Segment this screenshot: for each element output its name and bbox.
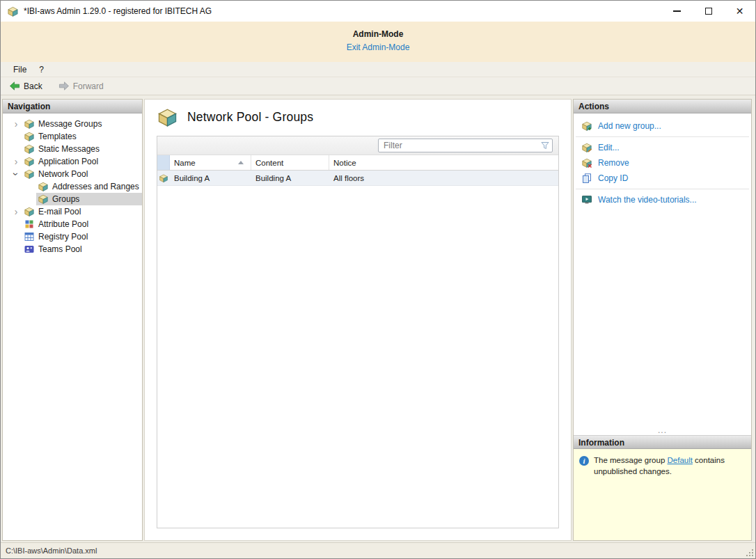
groups-list: Name Content Notice Building A Building … [157, 136, 559, 528]
collapse-icon[interactable] [10, 169, 22, 179]
admin-mode-banner: Admin-Mode Exit Admin-Mode [1, 22, 755, 62]
resize-grip[interactable] [746, 549, 754, 557]
admin-mode-title: Admin-Mode [1, 29, 755, 39]
menu-help[interactable]: ? [33, 63, 50, 76]
default-group-link[interactable]: Default [667, 456, 692, 464]
right-panel: Actions Add new group... Edit... Remove [573, 99, 752, 541]
status-bar: C:\IBI-aws\Admin\Data.xml [1, 542, 755, 558]
addresses-icon [38, 181, 49, 192]
nav-item-message-groups[interactable]: Message Groups [3, 118, 142, 130]
nav-item-attribute-pool[interactable]: Attribute Pool [3, 218, 142, 230]
content-area: Navigation Message Groups Templates Stat… [1, 95, 755, 542]
filter-field-wrap [378, 139, 553, 152]
cell-notice: All floors [329, 174, 558, 182]
column-header-name[interactable]: Name [170, 155, 251, 170]
video-tutorials-action[interactable]: Watch the video-tutorials... [574, 192, 751, 207]
edit-group-icon [581, 142, 592, 153]
information-header: Information [574, 435, 751, 449]
actions-header: Actions [574, 100, 751, 113]
close-button[interactable] [724, 1, 755, 22]
copy-icon [581, 173, 592, 184]
title-bar: *IBI-aws Admin 1.29.0 - registered for I… [1, 1, 755, 22]
table-row[interactable]: Building A Building A All floors [157, 171, 558, 186]
filter-funnel-icon[interactable] [540, 141, 550, 150]
exit-admin-mode-link[interactable]: Exit Admin-Mode [347, 42, 410, 52]
nav-toolbar: Back Forward [1, 77, 755, 95]
expand-icon[interactable] [10, 119, 22, 129]
page-title: Network Pool - Groups [187, 110, 313, 125]
app-window: *IBI-aws Admin 1.29.0 - registered for I… [0, 0, 756, 559]
close-icon [736, 6, 744, 17]
navigation-tree: Message Groups Templates Static Messages… [3, 113, 142, 540]
minimize-button[interactable] [661, 1, 693, 22]
table-header: Name Content Notice [157, 155, 558, 171]
video-icon [581, 194, 592, 205]
page-title-block: Network Pool - Groups [157, 107, 559, 128]
column-header-content[interactable]: Content [251, 155, 329, 170]
info-message: The message group Default contains unpub… [594, 455, 746, 477]
attribute-pool-icon [24, 219, 35, 230]
edit-action[interactable]: Edit... [574, 140, 751, 155]
column-header-icon[interactable] [157, 155, 170, 170]
sort-ascending-icon [238, 161, 244, 164]
cell-name: Building A [170, 174, 251, 182]
window-controls [661, 1, 755, 22]
forward-button[interactable]: Forward [54, 79, 107, 93]
actions-separator [576, 189, 749, 189]
teams-pool-icon [24, 244, 35, 255]
templates-icon [24, 131, 35, 142]
cell-content: Building A [251, 174, 329, 182]
menu-file[interactable]: File [7, 63, 33, 76]
message-groups-icon [24, 118, 35, 129]
static-messages-icon [24, 143, 35, 155]
panel-splitter[interactable]: ... [574, 427, 751, 435]
minimize-icon [673, 10, 681, 11]
registry-pool-icon [24, 231, 35, 242]
remove-group-icon [581, 157, 592, 168]
data-file-path: C:\IBI-aws\Admin\Data.xml [6, 546, 97, 555]
network-pool-icon [24, 168, 35, 180]
expand-icon[interactable] [10, 207, 22, 216]
navigation-header: Navigation [3, 100, 142, 113]
application-pool-icon [24, 156, 35, 167]
nav-item-addresses-and-ranges[interactable]: Addresses and Ranges [3, 180, 142, 193]
actions-separator [576, 136, 749, 137]
maximize-icon [705, 8, 712, 15]
main-panel: Network Pool - Groups Name Content [144, 99, 572, 541]
network-pool-groups-icon [157, 107, 178, 128]
window-title: *IBI-aws Admin 1.29.0 - registered for I… [24, 6, 212, 16]
filter-input[interactable] [378, 139, 553, 152]
actions-section: Actions Add new group... Edit... Remove [574, 100, 751, 435]
list-filter-bar [157, 136, 558, 155]
info-icon [579, 456, 589, 466]
back-arrow-icon [8, 81, 21, 91]
nav-item-templates[interactable]: Templates [3, 130, 142, 143]
groups-icon [38, 194, 49, 205]
add-new-group-action[interactable]: Add new group... [574, 118, 751, 134]
navigation-panel: Navigation Message Groups Templates Stat… [2, 99, 143, 541]
nav-item-teams-pool[interactable]: Teams Pool [3, 243, 142, 255]
copy-id-action[interactable]: Copy ID [574, 171, 751, 186]
information-panel: The message group Default contains unpub… [574, 449, 751, 540]
forward-arrow-icon [58, 81, 70, 91]
nav-item-registry-pool[interactable]: Registry Pool [3, 230, 142, 243]
expand-icon[interactable] [10, 157, 22, 166]
nav-item-application-pool[interactable]: Application Pool [3, 155, 142, 168]
actions-list: Add new group... Edit... Remove Copy ID [574, 113, 751, 207]
back-button[interactable]: Back [5, 79, 46, 93]
remove-action[interactable]: Remove [574, 155, 751, 171]
nav-item-static-messages[interactable]: Static Messages [3, 143, 142, 155]
nav-item-network-pool[interactable]: Network Pool [3, 168, 142, 180]
email-pool-icon [24, 206, 35, 217]
maximize-button[interactable] [693, 1, 724, 22]
back-label: Back [24, 81, 42, 91]
nav-item-email-pool[interactable]: E-mail Pool [3, 205, 142, 218]
add-group-icon [581, 120, 592, 132]
selected-tree-item: Groups [36, 193, 142, 205]
app-logo-icon [7, 6, 19, 17]
table-empty-area [157, 186, 558, 528]
nav-item-groups[interactable]: Groups [3, 193, 142, 205]
forward-label: Forward [73, 81, 104, 91]
column-header-notice[interactable]: Notice [329, 155, 558, 170]
group-row-icon [159, 173, 168, 183]
